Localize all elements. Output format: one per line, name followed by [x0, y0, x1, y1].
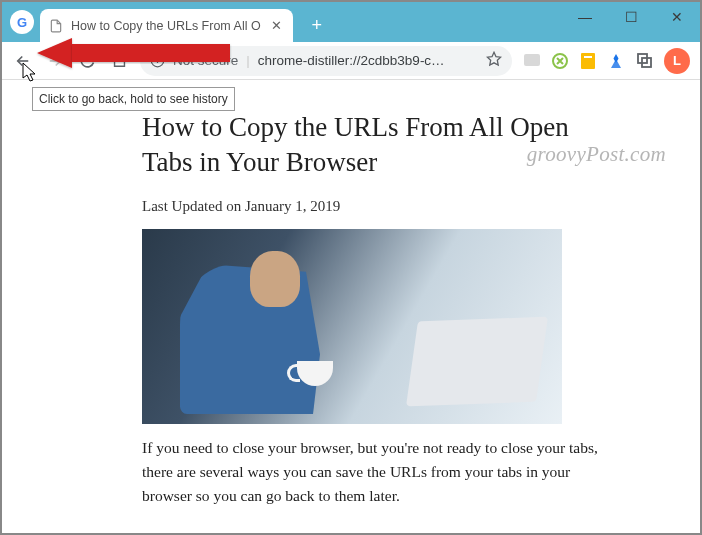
svg-rect-7	[584, 56, 592, 58]
info-icon	[150, 53, 165, 68]
extension-icon-2[interactable]	[546, 47, 574, 75]
minimize-button[interactable]: —	[562, 2, 608, 32]
article-para-2: Do you need to close your browser but yo…	[142, 526, 620, 533]
watermark: groovyPost.com	[527, 142, 666, 167]
extension-icon-4[interactable]	[602, 47, 630, 75]
article-hero-image	[142, 229, 562, 424]
article-meta: Last Updated on January 1, 2019	[142, 198, 620, 215]
page-icon	[48, 18, 64, 34]
forward-button[interactable]	[40, 46, 70, 76]
google-profile-icon[interactable]: G	[10, 10, 34, 34]
svg-point-2	[157, 58, 158, 59]
bookmark-star-icon[interactable]	[486, 51, 502, 70]
article-para-1: If you need to close your browser, but y…	[142, 436, 620, 508]
extension-icon-5[interactable]	[630, 47, 658, 75]
svg-marker-3	[487, 52, 500, 65]
extension-icon-3[interactable]	[574, 47, 602, 75]
maximize-button[interactable]: ☐	[608, 2, 654, 32]
page-content: groovyPost.com How to Copy the URLs From…	[2, 80, 700, 533]
browser-toolbar: Not secure | chrome-distiller://2cdbb3b9…	[2, 42, 700, 80]
close-tab-icon[interactable]: ✕	[268, 15, 285, 36]
home-button[interactable]	[104, 46, 134, 76]
svg-rect-6	[581, 53, 595, 69]
extension-icons	[518, 47, 658, 75]
not-secure-label: Not secure	[173, 53, 238, 68]
new-tab-button[interactable]: +	[303, 11, 331, 39]
tab-title: How to Copy the URLs From All O	[71, 19, 261, 33]
titlebar: G How to Copy the URLs From All O ✕ + — …	[2, 2, 700, 42]
back-button[interactable]	[8, 46, 38, 76]
window-controls: — ☐ ✕	[562, 2, 700, 32]
profile-avatar[interactable]: L	[664, 48, 690, 74]
back-button-tooltip: Click to go back, hold to see history	[32, 87, 235, 111]
reload-button[interactable]	[72, 46, 102, 76]
address-bar[interactable]: Not secure | chrome-distiller://2cdbb3b9…	[140, 46, 512, 76]
url-text: chrome-distiller://2cdbb3b9-c…	[258, 53, 478, 68]
close-window-button[interactable]: ✕	[654, 2, 700, 32]
extension-icon-1[interactable]	[518, 47, 546, 75]
svg-rect-4	[524, 54, 540, 66]
browser-tab[interactable]: How to Copy the URLs From All O ✕	[40, 9, 293, 42]
